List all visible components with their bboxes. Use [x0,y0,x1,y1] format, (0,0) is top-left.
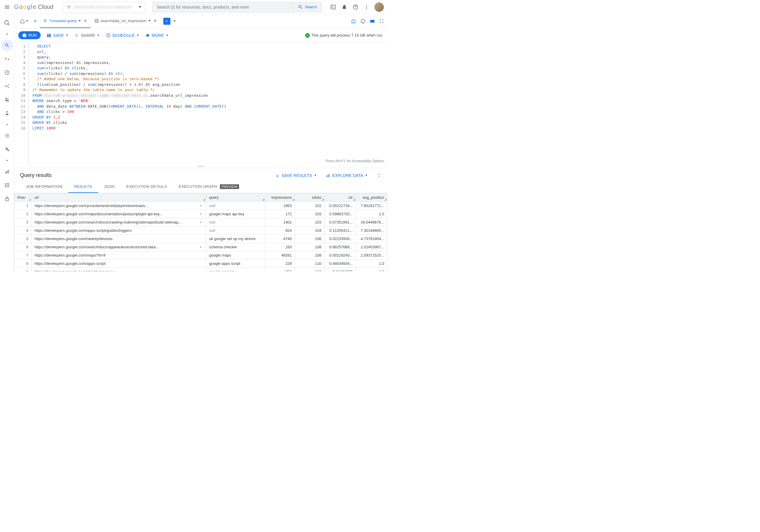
table-row: 1https://developers.google.com/youtube/a… [15,202,387,210]
tab-execution-graph[interactable]: EXECUTION GRAPH PREVIEW [173,181,245,193]
svg-rect-16 [8,170,9,173]
search-button[interactable]: Search [293,2,322,12]
editor-tab-bar: ✕ *Unsaved query ✕ searchdata_url_impres… [14,14,387,28]
col-row[interactable]: Row◢ [15,193,31,202]
fullscreen-icon[interactable] [379,19,384,24]
col-clicks[interactable]: clicks◢ [295,193,324,202]
svg-point-10 [5,86,6,87]
scheduled-queries-icon[interactable] [1,67,13,78]
table-icon [95,19,99,23]
menu-icon[interactable] [4,4,11,11]
tab-json[interactable]: JSON [98,181,120,193]
col-impressions[interactable]: impressions◢ [265,193,295,202]
query-cost: ✓ This query will process 7.15 GB when r… [305,33,384,38]
svg-point-8 [4,21,8,24]
chevron-down-icon [139,6,141,8]
search-input[interactable] [153,5,293,10]
google-cloud-logo[interactable]: GoogleCloud [14,4,53,10]
reservations-icon[interactable] [1,179,13,191]
line-gutter: 12345678910111213141516 [14,42,28,165]
capacity-icon[interactable] [1,107,13,119]
bi-engine-icon[interactable] [1,166,13,177]
chevron-down-icon[interactable] [173,20,176,22]
home-outline-icon[interactable] [351,19,356,24]
search-bar: Search [152,2,322,12]
more-button[interactable]: MORE▼ [145,33,169,38]
tab-table[interactable]: searchdata_url_impression ✕ [91,15,160,28]
run-button[interactable]: RUN [18,31,41,39]
user-avatar[interactable] [374,2,384,12]
chevron-down-icon[interactable] [199,204,203,208]
results-panel: Query results SAVE RESULTS ▼ EXPLORE DAT… [14,168,387,271]
home-icon [20,19,25,24]
chevron-down-icon [78,20,81,22]
sql-workspace-icon[interactable] [1,39,13,51]
chevron-down-icon[interactable] [199,220,203,224]
tab-job-info[interactable]: JOB INFORMATION [20,181,68,193]
chevron-down-icon [26,20,28,22]
cloud-shell-icon[interactable] [330,4,336,10]
check-circle-icon: ✓ [305,33,310,38]
svg-rect-27 [329,174,329,177]
resize-handle[interactable] [14,165,387,168]
close-icon[interactable]: ✕ [154,19,157,23]
gear-icon [145,33,150,38]
preview-badge: PREVIEW [220,184,239,189]
close-icon[interactable]: ✕ [31,19,39,23]
table-row: 5https://developers.google.com/nearby/de… [15,235,387,243]
save-button[interactable]: SAVE▼ [47,33,69,38]
svg-rect-14 [5,171,6,173]
expand-collapse-icon[interactable] [377,173,381,178]
tab-unsaved-query[interactable]: *Unsaved query ✕ [40,15,90,28]
chevron-down-icon[interactable] [199,212,203,216]
new-tab-button[interactable]: + [163,18,170,25]
results-table: Row◢ url◢ query◢ impressions◢ clicks◢ ct… [14,193,387,271]
wrench-icon[interactable] [1,143,13,155]
query-toolbar: RUN SAVE▼ SHARE▼ SCHEDULE▼ MORE▼ ✓ This … [14,28,387,42]
table-row: 9https://developers.google.com/identity/… [15,268,387,271]
more-vert-icon[interactable] [364,4,369,10]
svg-point-1 [70,5,71,6]
chevron-down-icon[interactable] [199,245,203,249]
tab-execution-details[interactable]: EXECUTION DETAILS [120,181,173,193]
save-results-button[interactable]: SAVE RESULTS ▼ [275,173,317,178]
close-icon[interactable]: ✕ [84,19,87,23]
project-selector[interactable]: write-accept-consumer-staging-00 [63,2,145,12]
chart-icon [326,173,330,178]
download-icon [275,173,280,178]
tab-home[interactable] [18,19,31,24]
dataform-icon[interactable] [1,94,13,106]
col-ctr[interactable]: ctr◢ [325,193,356,202]
bigquery-logo-icon[interactable] [1,17,13,29]
svg-point-0 [67,5,68,6]
share-button[interactable]: SHARE▼ [74,33,100,38]
list-icon[interactable] [1,130,13,142]
lock-icon[interactable] [1,193,13,205]
svg-rect-22 [370,20,375,23]
help-icon[interactable] [353,4,358,10]
col-avg-position[interactable]: avg_position◢ [356,193,387,202]
svg-rect-15 [7,171,7,173]
data-transfer-icon[interactable] [1,53,13,65]
svg-rect-3 [331,5,336,9]
svg-rect-25 [326,175,327,177]
keyboard-icon[interactable] [370,19,375,24]
svg-point-7 [366,8,367,9]
analytics-hub-icon[interactable] [1,80,13,92]
explore-data-button[interactable]: EXPLORE DATA ▼ [326,173,368,178]
svg-rect-26 [327,174,328,177]
accessibility-hint: Press Alt+F1 for Accessibility Options. [325,158,385,164]
col-url[interactable]: url◢ [31,193,206,202]
info-icon[interactable] [360,19,365,24]
code-area[interactable]: SELECT url, query, sum(impressions) AS i… [28,42,387,165]
sql-editor[interactable]: 12345678910111213141516 SELECT url, quer… [14,42,387,165]
results-tabs: JOB INFORMATION RESULTS JSON EXECUTION D… [14,181,387,193]
svg-point-2 [69,8,69,9]
table-row: 8https://developers.google.com/apps-scri… [15,260,387,268]
notifications-icon[interactable] [341,4,347,10]
svg-point-13 [6,111,8,113]
col-query[interactable]: query◢ [206,193,265,202]
table-row: 2https://developers.google.com/maps/docu… [15,210,387,218]
tab-results[interactable]: RESULTS [68,181,98,193]
schedule-button[interactable]: SCHEDULE▼ [106,33,139,38]
